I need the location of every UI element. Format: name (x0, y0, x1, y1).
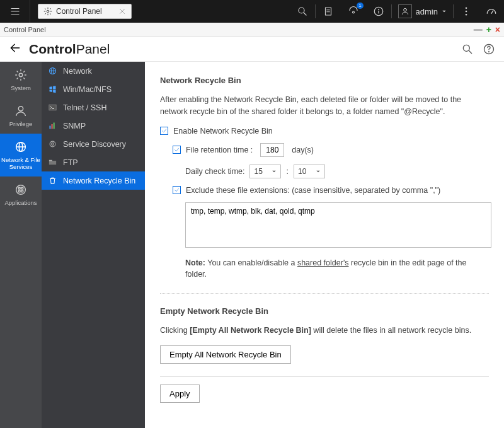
empty-description: Clicking [Empty All Network Recycle Bin]… (160, 325, 489, 337)
info-icon (373, 6, 384, 17)
arrow-left-icon (9, 42, 21, 54)
trash-icon (48, 176, 57, 185)
exclude-extensions-textarea[interactable] (185, 202, 491, 248)
svg-rect-32 (21, 187, 23, 189)
section-title-recycle-bin: Network Recycle Bin (160, 76, 489, 85)
retention-unit: day(s) (292, 146, 314, 154)
section-title-empty: Empty Network Recycle Bin (160, 306, 489, 316)
svg-point-24 (489, 51, 490, 52)
daily-check-label: Daily check time: (185, 167, 244, 176)
notification-badge: 1 (357, 3, 363, 9)
svg-rect-40 (52, 124, 53, 129)
divider (160, 293, 489, 294)
section-description: After enabling the Network Recycle Bin, … (160, 94, 489, 118)
enable-recycle-bin-checkbox[interactable] (160, 127, 168, 135)
rail-item-network-file-services[interactable]: Network & File Services (0, 134, 42, 176)
file-retention-checkbox[interactable] (173, 146, 181, 154)
globe-icon (14, 140, 28, 154)
search-icon[interactable] (461, 43, 474, 55)
svg-rect-31 (18, 187, 20, 189)
search-button[interactable] (290, 0, 315, 23)
user-label: admin (416, 7, 438, 16)
tab-control-panel[interactable]: Control Panel (38, 4, 132, 19)
tasks-button[interactable] (316, 0, 341, 23)
svg-point-42 (52, 143, 54, 146)
terminal-icon (48, 103, 57, 112)
user-menu[interactable]: admin (392, 4, 453, 18)
sidebar-item-network[interactable]: Network (42, 62, 145, 80)
svg-point-3 (47, 10, 49, 13)
exclude-extensions-checkbox[interactable] (173, 186, 181, 194)
recycle-bin-note: Note: You can enable/disable a shared fo… (185, 257, 489, 281)
svg-point-43 (50, 141, 55, 147)
kebab-icon (461, 6, 472, 17)
chevron-down-icon (316, 169, 321, 174)
svg-point-26 (18, 107, 23, 111)
chart-icon (48, 121, 57, 130)
svg-point-25 (19, 73, 23, 77)
ftp-icon (48, 158, 57, 167)
enable-recycle-bin-label: Enable Network Recycle Bin (173, 127, 273, 136)
svg-rect-45 (49, 160, 52, 161)
svg-point-17 (466, 11, 467, 13)
svg-point-18 (466, 14, 467, 16)
rail-item-system[interactable]: System (0, 62, 42, 98)
svg-rect-8 (325, 8, 331, 15)
window-maximize-button[interactable]: + (486, 25, 491, 35)
svg-rect-44 (49, 161, 56, 165)
tab-close-icon[interactable] (118, 8, 126, 15)
help-icon[interactable] (483, 43, 495, 55)
gear-icon (14, 68, 28, 82)
svg-line-19 (491, 11, 493, 13)
rail-item-privilege[interactable]: Privilege (0, 98, 42, 134)
empty-all-button[interactable]: Empty All Network Recycle Bin (160, 345, 291, 364)
window-title: Control Panel (4, 26, 46, 33)
svg-point-15 (403, 8, 406, 11)
svg-point-14 (378, 9, 379, 10)
page-title: ControlPanel (29, 42, 110, 57)
svg-point-30 (16, 185, 26, 195)
apps-icon (14, 183, 28, 197)
info-button[interactable] (366, 0, 391, 23)
daily-check-minute-select[interactable]: 10 (294, 165, 325, 178)
window-close-button[interactable]: × (495, 25, 500, 35)
sidebar-item-win-mac-nfs[interactable]: Win/Mac/NFS (42, 80, 145, 98)
notifications-button[interactable]: 1 (341, 0, 366, 23)
tab-label: Control Panel (56, 7, 102, 16)
exclude-extensions-label: Exclude these file extensions: (case ins… (186, 186, 440, 195)
chevron-down-icon (272, 169, 277, 174)
dashboard-icon (485, 5, 498, 18)
svg-line-7 (304, 13, 306, 15)
globe-icon (48, 66, 57, 76)
sidebar-item-snmp[interactable]: SNMP (42, 117, 145, 135)
svg-rect-39 (50, 126, 51, 129)
sidebar-item-service-discovery[interactable]: Service Discovery (42, 135, 145, 153)
svg-rect-34 (21, 190, 23, 192)
avatar-icon (398, 4, 412, 18)
main-menu-button[interactable] (0, 0, 30, 23)
clipboard-icon (323, 6, 334, 17)
sidebar-item-ftp[interactable]: FTP (42, 153, 145, 171)
sidebar-item-telnet-ssh[interactable]: Telnet / SSH (42, 98, 145, 117)
os-icon (48, 84, 57, 94)
svg-rect-41 (54, 123, 55, 129)
file-retention-label: File retention time : (186, 146, 253, 154)
gear-icon (43, 7, 52, 16)
user-icon (14, 104, 28, 118)
svg-point-21 (463, 45, 469, 51)
sidebar-item-network-recycle-bin[interactable]: Network Recycle Bin (42, 171, 145, 190)
apply-button[interactable]: Apply (160, 385, 200, 403)
chevron-down-icon (442, 9, 447, 14)
window-minimize-button[interactable]: — (474, 25, 483, 35)
radar-icon (48, 139, 57, 149)
svg-line-22 (469, 50, 472, 53)
file-retention-input[interactable] (260, 143, 284, 157)
more-button[interactable] (454, 0, 479, 23)
rail-item-applications[interactable]: Applications (0, 176, 42, 212)
daily-check-hour-select[interactable]: 15 (249, 165, 281, 178)
dashboard-button[interactable] (479, 0, 504, 23)
svg-point-11 (352, 11, 354, 13)
back-button[interactable] (9, 42, 21, 57)
svg-rect-33 (18, 190, 20, 192)
svg-rect-38 (49, 105, 56, 110)
